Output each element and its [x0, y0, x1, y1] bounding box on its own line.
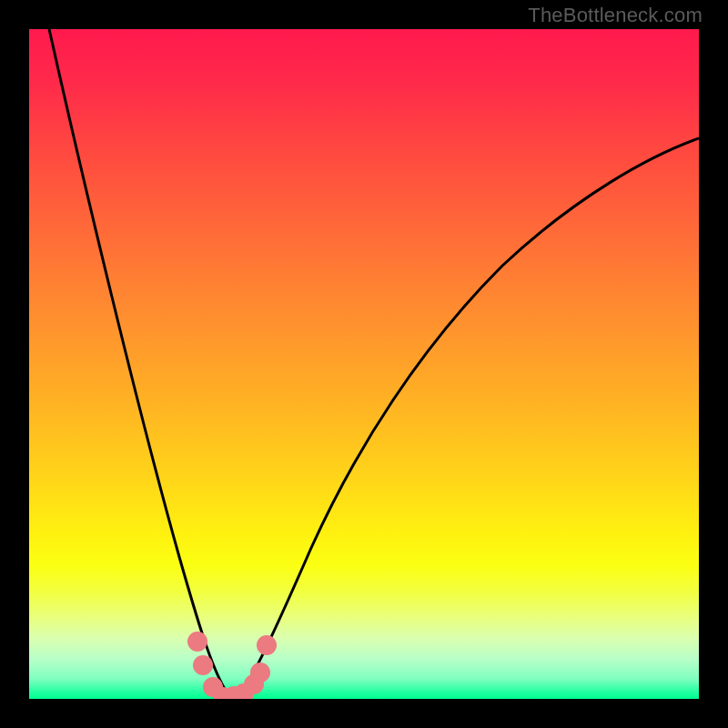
- chart-frame: TheBottleneck.com: [0, 0, 728, 728]
- svg-point-7: [250, 662, 270, 682]
- svg-point-0: [187, 632, 207, 652]
- plot-area: [29, 29, 699, 699]
- trough-markers: [187, 632, 277, 699]
- watermark-text: TheBottleneck.com: [528, 4, 703, 27]
- bottleneck-curve: [49, 29, 699, 695]
- curve-layer: [29, 29, 699, 699]
- svg-point-8: [257, 635, 277, 655]
- svg-point-1: [193, 655, 213, 675]
